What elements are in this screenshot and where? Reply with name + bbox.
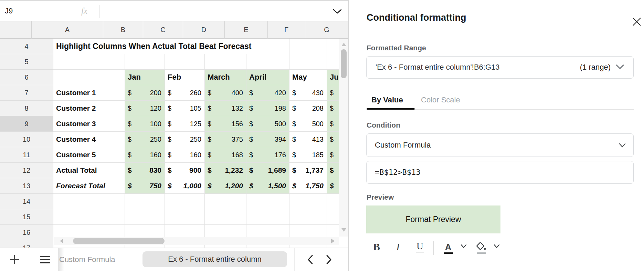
row-header-4[interactable]: 4 (0, 39, 53, 54)
row-header-6[interactable]: 6 (0, 70, 53, 85)
cell-B11[interactable]: $160 (125, 147, 165, 163)
cell-A11[interactable]: Customer 5 (53, 147, 125, 163)
tab-by-value[interactable]: By Value (371, 96, 403, 104)
sheet-tab-custom-formula[interactable]: Custom Formula (59, 248, 115, 271)
row-header-16[interactable]: 16 (0, 225, 53, 240)
row-header-15[interactable]: 15 (0, 209, 53, 225)
bold-button[interactable]: B (371, 241, 382, 255)
cell-C12[interactable]: $900 (165, 163, 205, 178)
fill-color-button[interactable] (475, 241, 487, 255)
cell-A12[interactable]: Actual Total (53, 163, 125, 178)
row-header-14[interactable]: 14 (0, 194, 53, 209)
cell-F5[interactable] (289, 54, 327, 70)
sheet-list-menu-icon[interactable] (39, 248, 52, 271)
row-header-5[interactable]: 5 (0, 54, 53, 70)
cell-B5[interactable] (125, 54, 165, 70)
cell-B7[interactable]: $200 (125, 85, 165, 101)
cell-F9[interactable]: $500 (289, 116, 327, 132)
cell-F4[interactable] (289, 39, 327, 54)
cell-F15[interactable] (289, 209, 327, 225)
tab-color-scale[interactable]: Color Scale (421, 96, 460, 104)
column-header-G[interactable]: G (305, 21, 348, 39)
cell-E10[interactable]: $394 (246, 132, 289, 147)
cell-F8[interactable]: $208 (289, 101, 327, 116)
italic-button[interactable]: I (393, 241, 403, 255)
text-color-chevron-icon[interactable] (460, 241, 468, 255)
row-header-10[interactable]: 10 (0, 132, 53, 147)
cell-E6[interactable]: April (246, 70, 289, 85)
cell-A7[interactable]: Customer 1 (53, 85, 125, 101)
column-header-A[interactable]: A (32, 21, 103, 39)
cell-D13[interactable]: $1,200 (205, 178, 246, 194)
scroll-up-arrow-icon[interactable] (341, 43, 346, 46)
select-all-corner[interactable] (0, 21, 32, 39)
cell-D5[interactable] (205, 54, 246, 70)
cell-F12[interactable]: $1,737 (289, 163, 327, 178)
cell-E14[interactable] (246, 194, 289, 209)
cell-C11[interactable]: $160 (165, 147, 205, 163)
cell-C5[interactable] (165, 54, 205, 70)
cell-C14[interactable] (165, 194, 205, 209)
cell-A6[interactable] (53, 70, 125, 85)
cell-D7[interactable]: $400 (205, 85, 246, 101)
next-sheet-chevron-icon[interactable] (324, 248, 334, 271)
cell-E8[interactable]: $198 (246, 101, 289, 116)
cell-B8[interactable]: $120 (125, 101, 165, 116)
cell-D15[interactable] (205, 209, 246, 225)
cell-E9[interactable]: $500 (246, 116, 289, 132)
cell-A10[interactable]: Customer 4 (53, 132, 125, 147)
cell-E13[interactable]: $1,500 (246, 178, 289, 194)
row-header-8[interactable]: 8 (0, 101, 53, 116)
close-icon[interactable] (632, 17, 642, 27)
cell-D12[interactable]: $1,232 (205, 163, 246, 178)
cell-C6[interactable]: Feb (165, 70, 205, 85)
underline-button[interactable]: U (415, 241, 425, 255)
cell-C8[interactable]: $105 (165, 101, 205, 116)
chevron-down-icon[interactable] (615, 63, 624, 72)
cell-C7[interactable]: $260 (165, 85, 205, 101)
cell-B10[interactable]: $250 (125, 132, 165, 147)
cell-C9[interactable]: $125 (165, 116, 205, 132)
horizontal-scrollbar-thumb[interactable] (73, 238, 165, 244)
previous-sheet-chevron-icon[interactable] (305, 248, 315, 271)
cell-C13[interactable]: $1,000 (165, 178, 205, 194)
formula-bar-expand-chevron-icon[interactable] (332, 8, 342, 16)
scroll-down-arrow-icon[interactable] (341, 228, 346, 232)
cell-name-box[interactable]: J9 (5, 1, 13, 21)
cell-B6[interactable]: Jan (125, 70, 165, 85)
row-header-13[interactable]: 13 (0, 178, 53, 194)
cell-B9[interactable]: $100 (125, 116, 165, 132)
cell-F6[interactable]: May (289, 70, 327, 85)
cell-C10[interactable]: $250 (165, 132, 205, 147)
add-sheet-button[interactable] (8, 248, 21, 271)
custom-formula-input[interactable]: =B$12>B$13 (366, 161, 634, 184)
horizontal-scrollbar[interactable] (54, 237, 339, 245)
row-header-12[interactable]: 12 (0, 163, 53, 178)
row-header-11[interactable]: 11 (0, 147, 53, 163)
row-header-17[interactable]: 17 (0, 240, 53, 248)
cell-E11[interactable]: $176 (246, 147, 289, 163)
row-header-9[interactable]: 9 (0, 116, 53, 132)
cell-F7[interactable]: $430 (289, 85, 327, 101)
scroll-left-arrow-icon[interactable] (60, 239, 63, 243)
cell-E7[interactable]: $420 (246, 85, 289, 101)
cell-D14[interactable] (205, 194, 246, 209)
column-header-F[interactable]: F (268, 21, 305, 39)
cell-A4[interactable]: Highlight Columns When Actual Total Beat… (53, 39, 289, 54)
sheet-tab-active[interactable]: Ex 6 - Format entire column (142, 251, 287, 267)
cell-A8[interactable]: Customer 2 (53, 101, 125, 116)
cell-F10[interactable]: $413 (289, 132, 327, 147)
cell-D8[interactable]: $132 (205, 101, 246, 116)
fill-color-chevron-icon[interactable] (493, 241, 501, 255)
condition-type-select[interactable]: Custom Formula (366, 133, 634, 157)
cell-A13[interactable]: Forecast Total (53, 178, 125, 194)
cell-F11[interactable]: $185 (289, 147, 327, 163)
row-header-7[interactable]: 7 (0, 85, 53, 101)
cell-A9[interactable]: Customer 3 (53, 116, 125, 132)
cell-C15[interactable] (165, 209, 205, 225)
formula-input[interactable] (103, 1, 327, 21)
cell-B12[interactable]: $830 (125, 163, 165, 178)
cell-D10[interactable]: $375 (205, 132, 246, 147)
cell-A5[interactable] (53, 54, 125, 70)
cell-E12[interactable]: $1,689 (246, 163, 289, 178)
